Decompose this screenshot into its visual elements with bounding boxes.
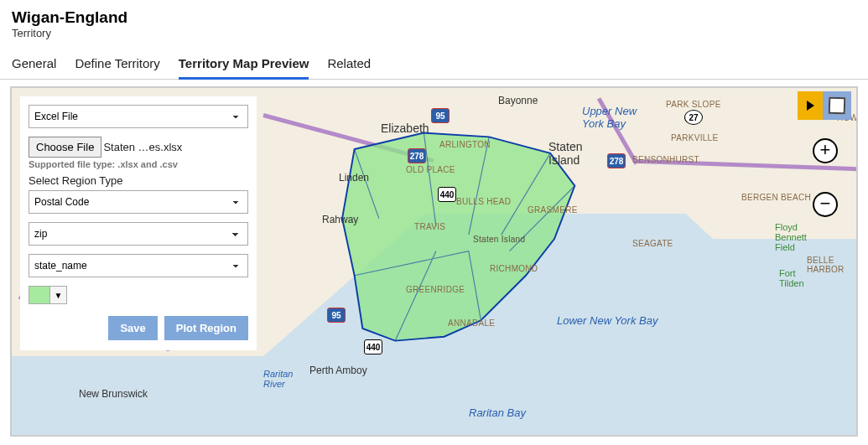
shield-440b: 440 — [364, 339, 382, 354]
chevron-right-icon — [807, 101, 814, 111]
shield-i95b: 95 — [327, 308, 346, 323]
label-travis: TRAVIS — [414, 222, 445, 231]
tab-related[interactable]: Related — [327, 51, 371, 79]
label-richmond: RICHMOND — [490, 264, 538, 273]
page-title: Wigan-England — [12, 8, 856, 27]
label-rahway: Rahway — [322, 214, 358, 225]
label-bulls-head: BULLS HEAD — [456, 197, 511, 206]
data-source-select[interactable]: Excel File — [29, 105, 248, 128]
choose-file-button[interactable]: Choose File — [29, 137, 101, 158]
label-grasmere: GRASMERE — [528, 205, 578, 215]
zoom-out-button[interactable]: − — [813, 192, 838, 217]
shield-i95: 95 — [431, 108, 450, 123]
plot-region-button[interactable]: Plot Region — [164, 316, 248, 340]
map-expand-toggle[interactable] — [798, 91, 823, 120]
color-dropdown[interactable]: ▼ — [50, 286, 67, 304]
region-type-label: Select Region Type — [29, 174, 248, 187]
chosen-file-name: Staten …es.xlsx — [103, 141, 182, 153]
zoom-in-button[interactable]: + — [813, 138, 838, 163]
entity-type: Territory — [12, 27, 856, 39]
label-annadale: ANNADALE — [448, 318, 495, 328]
label-bayonne: Bayonne — [498, 95, 538, 106]
water-raritan-river: Raritan River — [263, 369, 299, 389]
tab-general[interactable]: General — [12, 51, 56, 79]
shield-440a: 440 — [438, 187, 456, 202]
tab-define-territory[interactable]: Define Territory — [75, 51, 159, 79]
water-raritan-bay: Raritan Bay — [469, 406, 526, 419]
label-bensonhurst: BENSONHURST — [632, 155, 699, 164]
data-column-select[interactable]: zip — [29, 222, 248, 246]
label-elizabeth: Elizabeth — [381, 122, 429, 135]
layer-box-icon — [829, 97, 846, 115]
label-belle: BELLE HARBOR — [807, 256, 856, 274]
water-upper-bay: Upper New York Bay — [582, 105, 649, 130]
config-panel: Excel File Choose File Staten …es.xlsx S… — [20, 96, 257, 350]
label-floyd: Floyd Bennett Field — [775, 222, 817, 252]
shield-i278a: 278 — [408, 148, 426, 163]
map-layer-toggle[interactable] — [823, 91, 851, 120]
label-linden: Linden — [339, 172, 369, 184]
label-parkville: PARKVILLE — [671, 133, 718, 142]
label-park-slope: PARK SLOPE — [666, 100, 721, 109]
region-type-select[interactable]: Postal Code — [29, 190, 248, 214]
label-staten-island: Staten Island — [548, 140, 590, 167]
label-bergen: BERGEN BEACH — [741, 193, 811, 202]
shield-27: 27 — [684, 110, 703, 125]
name-column-select[interactable]: state_name — [29, 254, 248, 277]
label-perth-amboy: Perth Amboy — [309, 365, 367, 376]
color-swatch[interactable] — [29, 286, 50, 304]
label-new-brunswick: New Brunswick — [79, 388, 148, 400]
label-greenridge: GREENRIDGE — [406, 285, 465, 294]
label-arlington: ARLINGTON — [439, 140, 491, 149]
water-lower-bay: Lower New York Bay — [557, 314, 657, 327]
label-seagate: SEAGATE — [632, 239, 673, 248]
label-old-place: OLD PLACE — [406, 165, 455, 174]
shield-i278b: 278 — [607, 153, 626, 168]
file-hint: Supported file type: .xlsx and .csv — [29, 159, 248, 169]
label-staten-text: Staten Island — [473, 235, 525, 244]
tab-bar: General Define Territory Territory Map P… — [0, 46, 868, 80]
tab-territory-map-preview[interactable]: Territory Map Preview — [179, 51, 309, 80]
save-button[interactable]: Save — [108, 316, 157, 340]
